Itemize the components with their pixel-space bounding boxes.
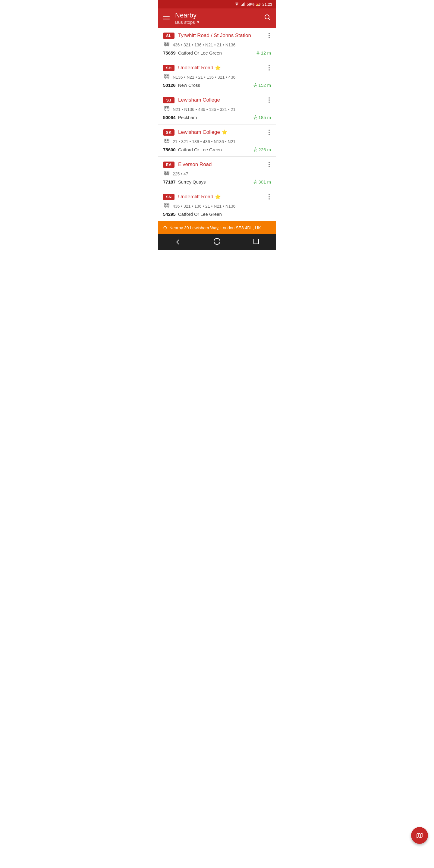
status-icons: 59% ⚡ 21:23 [235,2,272,7]
stop-header: SL Tyrwhitt Road / St Johns Station [163,32,271,39]
distance-text: 12 m [261,50,271,56]
svg-point-19 [255,83,256,84]
status-bar: 59% ⚡ 21:23 [158,0,276,8]
stop-item[interactable]: SJ Lewisham College N21 • N1 [158,92,276,124]
bus-icon [164,106,170,113]
more-options-button[interactable] [267,64,271,71]
stop-id: 50064 [163,115,176,120]
stop-list: SL Tyrwhitt Road / St Johns Station [158,28,276,221]
dropdown-arrow-icon: ▼ [196,20,200,24]
stop-destination: Catford Or Lee Green [178,50,222,56]
stop-badge: SN [163,194,175,200]
stop-badge: SH [163,65,175,71]
stop-name: Undercliff Road ⭐ [178,194,267,200]
star-icon: ⭐ [215,65,221,70]
distance-text: 185 m [258,115,271,120]
more-options-button[interactable] [267,193,271,200]
star-icon: ⭐ [215,194,221,199]
svg-rect-22 [167,107,169,108]
location-bar: ⊙ Nearby 39 Lewisham Way, London SE8 4DL… [158,221,276,234]
more-options-button[interactable] [267,96,271,104]
stop-footer: 54295 Catford Or Lee Green [163,212,271,217]
stop-distance: 301 m [253,179,271,184]
home-button[interactable] [211,236,223,247]
stop-id: 54295 [163,212,176,217]
header-subtitle[interactable]: Bus stops ▼ [175,20,264,25]
stop-routes: 436 • 321 • 136 • 21 • N21 • N136 [173,204,236,209]
stop-destination: Catford Or Lee Green [178,212,222,217]
svg-rect-15 [165,75,167,76]
stop-item[interactable]: SH Undercliff Road ⭐ N136 • [158,60,276,92]
app-title: Nearby [175,11,264,19]
stop-id-destination: 77187 Surrey Quays [163,179,206,184]
svg-point-13 [257,51,258,52]
stop-routes-row: N136 • N21 • 21 • 136 • 321 • 436 [163,74,271,80]
search-button[interactable] [264,13,271,23]
bus-icon [164,41,170,48]
svg-rect-1 [242,4,243,6]
home-circle-icon [214,238,220,245]
stop-routes: 225 • 47 [173,172,188,176]
search-icon [264,13,271,21]
stop-destination: Surrey Quays [178,179,206,184]
stop-item[interactable]: SN Undercliff Road ⭐ 436 • 3 [158,189,276,221]
svg-text:⚡: ⚡ [256,3,259,6]
more-options-button[interactable] [267,161,271,168]
svg-point-31 [255,147,256,149]
stop-item[interactable]: SK Lewisham College ⭐ 21 • 3 [158,124,276,157]
back-button[interactable] [172,236,184,247]
stop-id-destination: 50064 Peckham [163,115,197,120]
svg-rect-39 [165,204,167,205]
more-options-button[interactable] [267,129,271,136]
stop-item[interactable]: SL Tyrwhitt Road / St Johns Station [158,28,276,60]
stop-footer: 50126 New Cross 152 m [163,83,271,88]
location-text: Nearby 39 Lewisham Way, London SE8 4DL, … [169,225,261,230]
svg-point-25 [255,115,256,116]
walking-icon [253,147,257,152]
stop-destination: Peckham [178,115,197,120]
stop-badge: SL [163,33,175,39]
stop-header: SK Lewisham College ⭐ [163,129,271,136]
stop-name: Elverson Road [178,161,267,167]
stop-footer: 75600 Catford Or Lee Green 226 m [163,147,271,152]
svg-rect-2 [243,3,244,6]
star-icon: ⭐ [221,130,227,135]
stop-routes-row: N21 • N136 • 436 • 136 • 321 • 21 [163,106,271,113]
svg-rect-33 [165,172,167,173]
stop-footer: 77187 Surrey Quays 301 m [163,179,271,184]
stop-item[interactable]: EA Elverson Road 225 • 47 [158,157,276,189]
distance-text: 301 m [258,179,271,184]
more-options-button[interactable] [267,32,271,39]
stop-distance: 12 m [256,50,271,56]
svg-rect-0 [241,5,242,6]
recents-button[interactable] [250,236,262,247]
stop-header: SJ Lewisham College [163,96,271,104]
menu-button[interactable] [163,16,170,20]
stop-routes: 21 • 321 • 136 • 436 • N136 • N21 [173,139,236,144]
stop-footer: 75659 Catford Or Lee Green 12 m [163,50,271,56]
stop-name: Lewisham College ⭐ [178,129,267,135]
stop-id: 75659 [163,50,176,56]
header-title-group: Nearby Bus stops ▼ [175,11,264,24]
stop-name: Undercliff Road ⭐ [178,65,267,71]
stop-id-destination: 54295 Catford Or Lee Green [163,212,222,217]
bus-icon [164,203,170,209]
wifi-icon [235,2,239,6]
stop-routes-row: 436 • 321 • 136 • N21 • 21 • N136 [163,41,271,48]
svg-point-37 [255,180,256,181]
location-pin-icon: ⊙ [163,225,167,230]
walking-icon [253,83,257,88]
stop-header: SN Undercliff Road ⭐ [163,193,271,200]
walking-icon [256,51,260,56]
recents-square-icon [253,239,259,244]
bus-icon [164,170,170,177]
stop-badge: SK [163,129,175,135]
svg-rect-10 [167,42,169,44]
stop-routes: 436 • 321 • 136 • N21 • 21 • N136 [173,42,236,47]
stop-id-destination: 75600 Catford Or Lee Green [163,147,222,152]
stop-destination: Catford Or Lee Green [178,147,222,152]
stop-badge: EA [163,161,175,168]
filter-label: Bus stops [175,20,195,25]
walking-icon [253,115,257,120]
bus-icon [164,138,170,145]
